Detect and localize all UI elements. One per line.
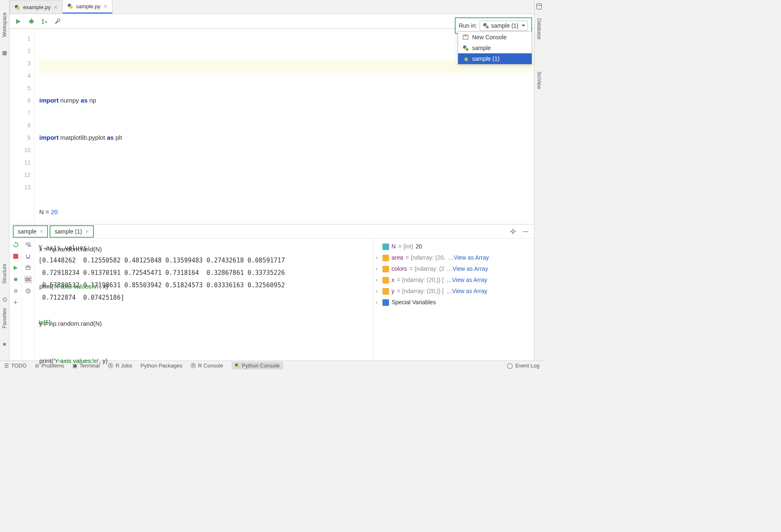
run-in-dropdown-list[interactable]: New Console sample sample (1) bbox=[458, 31, 532, 64]
file-tab-sample[interactable]: sample.py × bbox=[62, 0, 112, 14]
list-icon: ☰ bbox=[4, 363, 9, 369]
svg-rect-15 bbox=[13, 254, 18, 259]
structure-tool[interactable]: Structure bbox=[2, 264, 7, 284]
settings-icon[interactable] bbox=[12, 287, 19, 295]
close-icon[interactable]: × bbox=[53, 4, 58, 11]
run-in-dropdown-button[interactable]: sample (1) bbox=[480, 21, 528, 31]
svg-point-24 bbox=[29, 278, 31, 281]
run-in-label: Run in: bbox=[459, 22, 477, 29]
svg-marker-16 bbox=[14, 266, 18, 270]
structure-icon: ⌬ bbox=[1, 296, 8, 303]
svg-point-3 bbox=[69, 5, 73, 9]
line-gutter: 12345678910111213 bbox=[10, 29, 34, 224]
svg-rect-22 bbox=[27, 266, 29, 267]
python-file-icon bbox=[67, 3, 74, 10]
svg-marker-4 bbox=[16, 19, 21, 24]
left-tool-rail: Workspace ▦ Structure ⌬ Favorites ★ bbox=[0, 0, 10, 360]
star-icon: ★ bbox=[1, 341, 8, 347]
editor-tabs: example.py × sample.py × bbox=[10, 0, 534, 14]
code-editor[interactable]: 12345678910111213 import numpy as np imp… bbox=[10, 29, 534, 224]
debug-icon[interactable] bbox=[12, 276, 19, 283]
right-tool-rail: Database SciView bbox=[534, 0, 544, 360]
python-console-icon bbox=[462, 55, 469, 62]
python-console-icon bbox=[462, 45, 469, 51]
wrench-icon[interactable] bbox=[54, 18, 62, 25]
run-icon[interactable] bbox=[12, 264, 19, 272]
svg-point-23 bbox=[26, 278, 28, 281]
svg-point-18 bbox=[14, 290, 17, 292]
svg-point-1 bbox=[17, 7, 20, 10]
database-icon[interactable] bbox=[536, 3, 542, 10]
file-tab-label: sample.py bbox=[76, 3, 100, 10]
scroll-to-end-icon[interactable] bbox=[24, 253, 32, 260]
file-tab-label: example.py bbox=[23, 4, 50, 10]
soft-wrap-icon[interactable] bbox=[24, 241, 32, 248]
svg-marker-19 bbox=[28, 245, 29, 247]
run-cursor-icon[interactable]: I▸ bbox=[41, 18, 48, 25]
todo-tool[interactable]: ☰TODO bbox=[4, 363, 26, 369]
svg-point-17 bbox=[14, 278, 17, 281]
variables-icon[interactable] bbox=[24, 276, 32, 283]
debug-icon[interactable] bbox=[28, 18, 35, 25]
print-icon[interactable] bbox=[24, 264, 32, 272]
python-console-icon bbox=[482, 22, 489, 29]
stop-icon[interactable] bbox=[12, 253, 19, 260]
svg-point-39 bbox=[466, 59, 468, 62]
console-tool-column-1: + bbox=[10, 239, 22, 360]
favorites-tool[interactable]: Favorites bbox=[2, 308, 7, 328]
workspace-icon: ▦ bbox=[1, 50, 8, 56]
svg-rect-21 bbox=[26, 267, 30, 270]
database-tool[interactable]: Database bbox=[536, 18, 542, 39]
svg-point-27 bbox=[537, 4, 542, 6]
python-file-icon bbox=[14, 4, 21, 11]
warning-icon: ⊘ bbox=[35, 363, 39, 369]
close-icon[interactable]: × bbox=[103, 3, 108, 10]
file-tab-example[interactable]: example.py × bbox=[10, 0, 63, 14]
new-console-icon[interactable]: + bbox=[12, 299, 19, 306]
svg-marker-14 bbox=[15, 242, 17, 243]
svg-point-30 bbox=[486, 26, 489, 29]
console-tool-column-2 bbox=[22, 239, 34, 360]
svg-point-36 bbox=[466, 48, 468, 51]
workspace-tool[interactable]: Workspace bbox=[2, 12, 7, 37]
sciview-tool[interactable]: SciView bbox=[536, 72, 542, 89]
run-in-option-new-console[interactable]: New Console bbox=[458, 32, 532, 43]
history-icon[interactable] bbox=[24, 287, 32, 295]
run-in-option-sample-1[interactable]: sample (1) bbox=[458, 53, 532, 64]
rerun-icon[interactable] bbox=[12, 241, 19, 248]
run-icon[interactable] bbox=[14, 18, 22, 25]
run-in-option-sample[interactable]: sample bbox=[458, 43, 532, 53]
new-console-icon bbox=[462, 34, 469, 40]
